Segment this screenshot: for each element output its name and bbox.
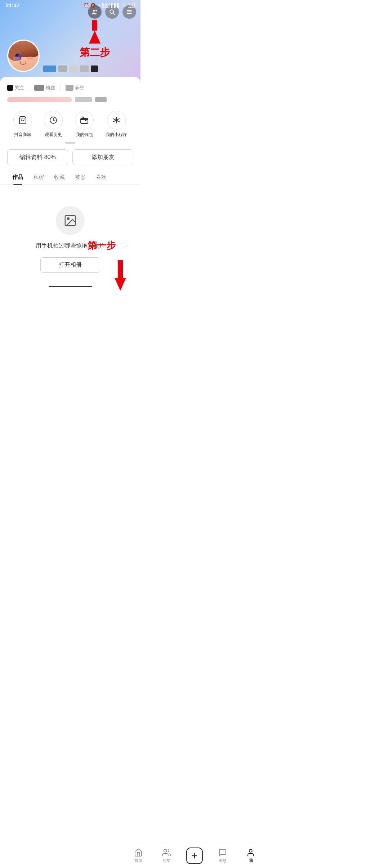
history-label: 观看历史 — [45, 132, 62, 138]
open-album-button[interactable]: 打开相册 — [40, 257, 100, 273]
profile-avatar[interactable] — [7, 40, 40, 72]
empty-text: 用手机拍过哪些惊艳的照片 第一步 — [36, 241, 105, 250]
empty-icon-wrap — [56, 206, 85, 235]
svg-line-3 — [113, 13, 115, 15]
name-block-4 — [80, 65, 89, 72]
wallet-label: 我的钱包 — [76, 132, 93, 138]
photo-icon — [63, 214, 77, 227]
empty-content: 用手机拍过哪些惊艳的照片 第一步 打开相册 — [7, 185, 133, 284]
bluetooth-icon: ✳ — [97, 3, 101, 8]
bio-gray-1 — [75, 97, 92, 102]
stat-followers-label: 粉丝 — [46, 85, 55, 91]
stat-likes-label: 获赞 — [75, 85, 84, 91]
name-block-2 — [58, 65, 67, 72]
quick-action-miniapp[interactable]: 我的小程序 — [106, 111, 127, 138]
scroll-indicator — [65, 142, 75, 144]
stat-followers-count — [34, 85, 44, 91]
status-time: 21:37 — [6, 2, 19, 8]
shop-label: 抖音商城 — [14, 132, 31, 138]
shop-icon-wrap — [13, 111, 32, 130]
asterisk-icon — [112, 116, 121, 125]
tab-liked[interactable]: 喜欢 — [91, 170, 112, 184]
clock-icon — [49, 116, 58, 125]
stat-following-count — [7, 85, 13, 91]
miniapp-icon-wrap — [107, 111, 126, 130]
mute-icon: 🔕 — [90, 3, 96, 8]
profile-avatar-wrap — [7, 40, 40, 72]
alarm-icon: ⏰ — [84, 3, 89, 8]
bio-pink — [7, 97, 72, 102]
svg-point-1 — [95, 10, 97, 12]
miniapp-label: 我的小程序 — [106, 132, 127, 138]
quick-action-history[interactable]: 观看历史 — [44, 111, 63, 138]
tab-works[interactable]: 作品 — [7, 170, 28, 184]
name-block-3 — [69, 65, 78, 72]
history-icon-wrap — [44, 111, 63, 130]
status-bar: 21:37 ⏰ 🔕 ✳ HD ▌▌▌ 5G 53 — [0, 0, 140, 10]
quick-action-wallet[interactable]: 我的钱包 — [75, 111, 94, 138]
cart-icon — [18, 116, 27, 125]
stat-followers: 粉丝 — [34, 85, 55, 91]
add-friends-button[interactable]: 添加朋友 — [72, 149, 133, 165]
step1-annotation: 第一步 — [88, 239, 116, 253]
name-block-5 — [91, 65, 98, 72]
hd-icon: HD — [102, 3, 109, 8]
quick-actions: 抖音商城 观看历史 — [7, 106, 133, 141]
quick-action-shop[interactable]: 抖音商城 — [13, 111, 32, 138]
tab-favorites[interactable]: 收藏 — [49, 170, 70, 184]
stats-row: 关注 粉丝 获赞 — [7, 83, 133, 96]
stat-following-label: 关注 — [14, 85, 24, 91]
profile-card: 关注 粉丝 获赞 — [0, 77, 140, 284]
action-buttons: 编辑资料 80% 添加朋友 — [7, 147, 133, 170]
wallet-icon — [80, 116, 89, 125]
svg-point-14 — [67, 218, 69, 220]
red-arrow-down — [115, 260, 126, 291]
edit-profile-button[interactable]: 编辑资料 80% — [7, 149, 68, 165]
stat-sep-1 — [29, 84, 29, 91]
stat-following: 关注 — [7, 85, 24, 91]
bio-gray-2 — [95, 97, 107, 102]
avatar-image — [8, 41, 39, 71]
step2-annotation: 第二步 — [80, 20, 110, 59]
svg-point-0 — [93, 10, 95, 12]
bio-bar — [7, 97, 133, 102]
bio-section — [7, 96, 133, 106]
tab-mentioned[interactable]: 被@ — [70, 170, 91, 184]
home-indicator — [49, 286, 92, 287]
wallet-icon-wrap — [75, 111, 94, 130]
battery-icon: 53 — [128, 3, 135, 8]
name-block-1 — [43, 65, 56, 72]
stat-likes-count — [66, 85, 73, 91]
5g-icon: 5G — [122, 3, 126, 7]
profile-name-area — [43, 65, 98, 72]
profile-tabs: 作品 私密 收藏 被@ 喜欢 — [0, 170, 140, 185]
profile-banner: 21:37 ⏰ 🔕 ✳ HD ▌▌▌ 5G 53 — [0, 0, 140, 83]
signal-icon: ▌▌▌ — [111, 3, 120, 8]
tab-private[interactable]: 私密 — [28, 170, 49, 184]
stat-sep-2 — [60, 84, 61, 91]
status-icons: ⏰ 🔕 ✳ HD ▌▌▌ 5G 53 — [84, 3, 135, 8]
stat-likes: 获赞 — [66, 85, 84, 91]
